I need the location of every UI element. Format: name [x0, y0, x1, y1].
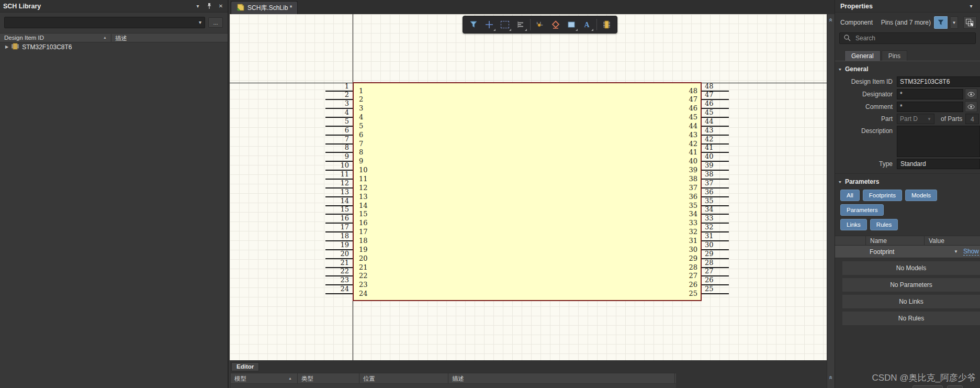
eye-visibility-icon[interactable]: [965, 88, 977, 99]
filter-button-footprints[interactable]: Footprints: [863, 190, 902, 201]
document-tab[interactable]: SCH库.SchLib *: [231, 1, 298, 14]
models-column-3[interactable]: 描述: [448, 373, 675, 383]
pin-name: 30: [648, 246, 697, 253]
collapse-up-icon[interactable]: «: [828, 374, 834, 381]
chevron-down-icon[interactable]: ▼: [954, 249, 958, 254]
column-design-item-id[interactable]: Design Item ID: [4, 35, 44, 41]
pin-number: 2: [291, 91, 349, 98]
pin-name: 31: [648, 237, 697, 245]
pin-number: 42: [705, 136, 736, 143]
section-general-title: General: [845, 65, 869, 73]
pin-number: 46: [705, 100, 736, 107]
pin-name: 20: [359, 255, 368, 262]
section-general-header[interactable]: ▼ General: [835, 61, 980, 75]
footprint-row[interactable]: Footprint ▼ Show: [835, 246, 980, 258]
design-item-id-field[interactable]: [897, 76, 980, 87]
component-list-item[interactable]: ▶ STM32F103C8T6: [0, 42, 228, 51]
pin-name: 3: [359, 105, 363, 112]
pin-number: 37: [705, 180, 736, 187]
pin-number: 28: [705, 259, 736, 267]
part-select[interactable]: Part D ▼: [897, 114, 934, 124]
eye-visibility-icon[interactable]: [965, 101, 977, 112]
filter-button-parameters[interactable]: Parameters: [840, 204, 884, 216]
filter-dropdown-arrow[interactable]: ▼: [951, 16, 958, 29]
chevron-down-icon[interactable]: ▾: [967, 3, 975, 10]
pin-number: 29: [705, 250, 736, 258]
name-column[interactable]: Name: [866, 236, 925, 245]
column-description[interactable]: 描述: [115, 35, 127, 42]
editor-tab[interactable]: Editor: [231, 362, 259, 371]
pin-left-24[interactable]: [325, 293, 353, 294]
altium-sch-library-window: SCH Library ▾ ✕ ▾ ... Design Item ID ▲ 描…: [0, 0, 980, 388]
value-column[interactable]: Value: [925, 236, 980, 245]
sort-ascending-icon: ▲: [288, 376, 292, 380]
pin-number: 45: [705, 109, 736, 116]
pin-name: 16: [359, 219, 368, 227]
collapse-up-icon[interactable]: «: [828, 17, 834, 23]
search-field[interactable]: [839, 32, 976, 44]
models-column-0[interactable]: 模型▲: [231, 373, 298, 383]
tab-general[interactable]: General: [844, 50, 881, 61]
sort-ascending-icon: ▲: [103, 36, 107, 39]
models-column-2[interactable]: 位置: [359, 373, 448, 383]
align-icon[interactable]: [513, 17, 528, 32]
filter-button[interactable]: [934, 16, 948, 29]
pin-name: 19: [359, 246, 368, 253]
show-link[interactable]: Show: [963, 248, 979, 256]
chevron-down-icon[interactable]: ▾: [194, 3, 201, 10]
empty-group-band: No Models: [842, 261, 980, 275]
pin-right-25[interactable]: [702, 293, 729, 294]
toolbar-separator: [596, 19, 597, 30]
place-polygon-icon[interactable]: [548, 17, 563, 32]
pin-number: 3: [291, 100, 349, 107]
place-text-icon[interactable]: A: [580, 17, 594, 32]
filter-icon[interactable]: [466, 17, 481, 32]
design-item-id-label: Design Item ID: [835, 78, 897, 85]
pin-number: 47: [705, 91, 736, 98]
tab-pins[interactable]: Pins: [882, 50, 907, 61]
close-icon[interactable]: ✕: [217, 3, 224, 10]
pin-name: 24: [359, 290, 368, 297]
section-parameters-header[interactable]: ▼ Parameters: [835, 174, 980, 187]
pin-name: 23: [359, 281, 368, 289]
pin-name: 39: [648, 167, 697, 174]
selection-rect-icon[interactable]: [498, 17, 512, 32]
filter-button-rules[interactable]: Rules: [870, 219, 898, 230]
filter-button-models[interactable]: Models: [905, 190, 937, 201]
library-filter-combo[interactable]: ▾: [4, 17, 205, 28]
schematic-canvas[interactable]: 1 A 112233445566778899101011111212131314…: [230, 14, 827, 360]
designator-label: Designator: [835, 91, 897, 98]
place-pin-icon[interactable]: 1: [533, 17, 547, 32]
pin-number: 18: [291, 232, 349, 240]
properties-panel: Properties ▾ Component Pins (and 7 more)…: [835, 0, 980, 388]
pin-name: 2: [359, 96, 363, 103]
pin-icon[interactable]: [206, 3, 213, 10]
pin-name: 29: [648, 255, 697, 262]
parameters-table-header: Name Value: [835, 236, 980, 246]
place-rectangle-icon[interactable]: [564, 17, 579, 32]
select-objects-button[interactable]: [963, 16, 977, 29]
parts-count-field: 4: [965, 114, 979, 124]
filter-button-all[interactable]: All: [840, 190, 860, 201]
add-button[interactable]: Add: [913, 385, 943, 388]
pin-name: 15: [359, 210, 368, 218]
component-chip-icon: [12, 43, 19, 51]
document-tab-label: SCH库.SchLib *: [247, 4, 292, 13]
pin-number: 30: [705, 241, 736, 249]
search-input[interactable]: [854, 34, 959, 42]
column-divider[interactable]: [111, 34, 111, 42]
designator-field[interactable]: [897, 89, 963, 99]
pin-name: 37: [648, 184, 697, 192]
pin-name: 33: [648, 219, 697, 227]
models-column-1[interactable]: 类型: [298, 373, 359, 383]
move-icon[interactable]: [482, 17, 497, 32]
place-part-icon[interactable]: [599, 17, 614, 32]
edit-pencil-icon[interactable]: [947, 385, 963, 388]
type-select[interactable]: Standard: [897, 159, 980, 169]
pin-number: 38: [705, 171, 736, 178]
expand-arrow-icon[interactable]: ▶: [5, 45, 8, 49]
filter-button-links[interactable]: Links: [840, 219, 867, 230]
more-button[interactable]: ...: [208, 17, 223, 28]
description-field[interactable]: [897, 126, 980, 157]
comment-field[interactable]: [897, 102, 963, 112]
